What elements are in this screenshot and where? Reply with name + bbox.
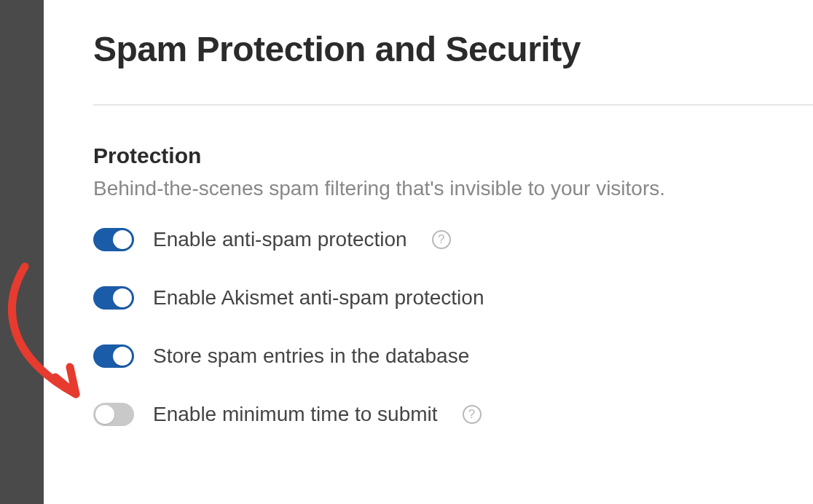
- help-icon[interactable]: ?: [463, 405, 482, 424]
- toggle-knob: [95, 405, 114, 424]
- page-title: Spam Protection and Security: [93, 29, 813, 69]
- section-description: Behind-the-scenes spam filtering that's …: [93, 177, 813, 200]
- toggle-min-time[interactable]: [93, 403, 134, 426]
- setting-row-akismet: Enable Akismet anti-spam protection: [93, 286, 813, 310]
- settings-panel: Spam Protection and Security Protection …: [44, 0, 813, 461]
- setting-label: Enable anti-spam protection: [153, 228, 407, 251]
- setting-label: Store spam entries in the database: [153, 344, 469, 368]
- toggle-knob: [113, 288, 132, 307]
- toggle-akismet[interactable]: [93, 286, 134, 310]
- toggle-knob: [113, 230, 132, 249]
- toggle-anti-spam[interactable]: [93, 228, 134, 251]
- toggle-knob: [113, 347, 132, 366]
- divider: [93, 104, 813, 106]
- setting-label: Enable Akismet anti-spam protection: [153, 286, 484, 310]
- setting-row-store-spam: Store spam entries in the database: [93, 344, 813, 368]
- admin-sidebar-sliver: [0, 0, 44, 504]
- section-title: Protection: [93, 143, 813, 168]
- help-icon[interactable]: ?: [432, 230, 451, 249]
- setting-row-min-time: Enable minimum time to submit ?: [93, 403, 813, 426]
- toggle-store-spam[interactable]: [93, 344, 134, 368]
- setting-row-anti-spam: Enable anti-spam protection ?: [93, 228, 813, 251]
- setting-label: Enable minimum time to submit: [153, 403, 438, 426]
